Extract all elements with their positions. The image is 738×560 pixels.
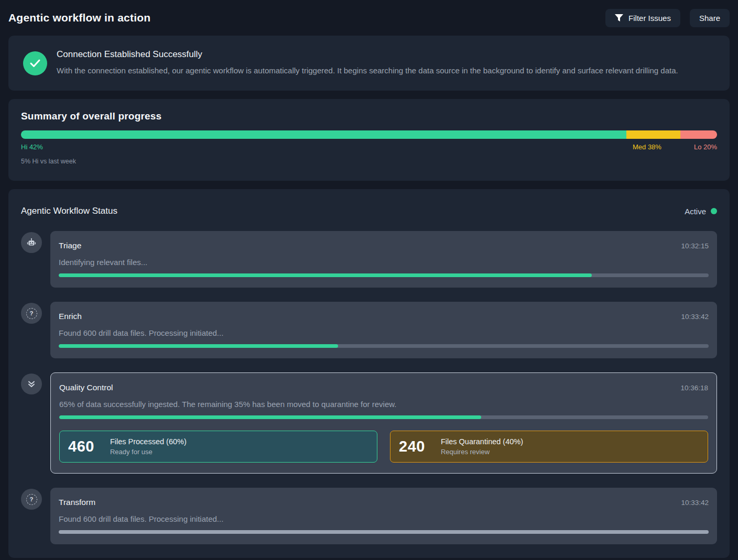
page: Agentic workflow in action Filter Issues… — [0, 0, 738, 558]
stat-value: 460 — [68, 438, 94, 455]
label-hi: Hi 42% — [21, 143, 43, 151]
stat-value: 240 — [399, 438, 425, 455]
step-progress-bar — [59, 415, 708, 419]
workflow-status-badge: Active — [685, 207, 717, 216]
step-enrich: ? Enrich 10:33:42 Found 600 drill data f… — [21, 302, 717, 358]
step-progress-fill — [59, 273, 592, 277]
double-check-icon — [21, 374, 42, 394]
files-processed-stat[interactable]: 460 Files Processed (60%) Ready for use — [59, 431, 377, 463]
label-med: Med 38% — [633, 143, 661, 151]
question-icon: ? — [21, 303, 42, 324]
summary-note: 5% Hi vs last week — [21, 158, 717, 165]
step-title: Enrich — [59, 312, 82, 321]
step-timestamp: 10:32:15 — [681, 242, 709, 250]
step-triage: Triage 10:32:15 Identifying relevant fil… — [21, 231, 717, 288]
step-progress-bar — [59, 344, 709, 348]
connection-banner: Connection Established Successfully With… — [8, 36, 730, 91]
step-progress-bar — [59, 530, 709, 534]
check-icon — [23, 51, 47, 75]
step-progress-fill — [59, 344, 338, 348]
page-title: Agentic workflow in action — [8, 12, 150, 24]
progress-labels: Hi 42% Med 38% Lo 20% — [21, 143, 717, 151]
progress-segment-hi — [21, 130, 626, 139]
step-progress-bar — [59, 273, 709, 277]
step-title: Quality Control — [59, 383, 113, 392]
filter-issues-label: Filter Issues — [628, 14, 671, 23]
top-bar: Agentic workflow in action Filter Issues… — [8, 0, 730, 36]
banner-content: Connection Established Successfully With… — [57, 49, 678, 77]
workflow-header: Agentic Workflow Status Active — [21, 206, 717, 216]
stat-sublabel: Requires review — [441, 448, 523, 456]
workflow-status-section: Agentic Workflow Status Active — [8, 189, 730, 558]
status-dot-icon — [711, 208, 717, 214]
quality-control-stats: 460 Files Processed (60%) Ready for use … — [59, 431, 708, 463]
step-timestamp: 10:33:42 — [681, 313, 709, 321]
share-label: Share — [699, 14, 720, 23]
progress-segment-lo — [680, 130, 717, 139]
filter-issues-button[interactable]: Filter Issues — [605, 9, 680, 27]
stat-label: Files Processed (60%) — [110, 437, 187, 446]
enrich-card[interactable]: Enrich 10:33:42 Found 600 drill data fil… — [50, 302, 717, 358]
stat-sublabel: Ready for use — [110, 448, 187, 456]
step-subtitle: 65% of data successfully ingested. The r… — [59, 400, 708, 409]
label-lo: Lo 20% — [694, 143, 717, 151]
step-quality-control: Quality Control 10:36:18 65% of data suc… — [21, 372, 717, 474]
step-timestamp: 10:33:42 — [681, 499, 709, 507]
step-subtitle: Found 600 drill data files. Processing i… — [59, 514, 709, 523]
summary-card: Summary of overall progress Hi 42% Med 3… — [8, 99, 730, 181]
overall-progress-bar — [21, 130, 717, 139]
banner-body: With the connection established, our age… — [57, 64, 678, 77]
robot-icon — [21, 232, 42, 253]
triage-card[interactable]: Triage 10:32:15 Identifying relevant fil… — [50, 231, 717, 288]
question-icon: ? — [21, 489, 42, 510]
step-timestamp: 10:36:18 — [680, 384, 708, 392]
banner-title: Connection Established Successfully — [57, 49, 678, 60]
quality-control-card[interactable]: Quality Control 10:36:18 65% of data suc… — [50, 372, 717, 474]
step-title: Triage — [59, 241, 81, 250]
step-title: Transform — [59, 498, 95, 507]
step-progress-fill — [59, 415, 481, 419]
step-subtitle: Identifying relevant files... — [59, 258, 709, 267]
step-subtitle: Found 600 drill data files. Processing i… — [59, 328, 709, 337]
progress-segment-med — [626, 130, 680, 139]
step-transform: ? Transform 10:33:42 Found 600 drill dat… — [21, 488, 717, 544]
summary-title: Summary of overall progress — [21, 111, 717, 122]
workflow-title: Agentic Workflow Status — [21, 206, 117, 216]
topbar-actions: Filter Issues Share — [605, 9, 730, 27]
share-button[interactable]: Share — [690, 9, 730, 27]
files-quarantined-stat[interactable]: 240 Files Quarantined (40%) Requires rev… — [390, 431, 708, 463]
stat-label: Files Quarantined (40%) — [441, 437, 523, 446]
transform-card[interactable]: Transform 10:33:42 Found 600 drill data … — [50, 488, 717, 544]
status-label: Active — [685, 207, 706, 216]
filter-icon — [615, 14, 623, 21]
